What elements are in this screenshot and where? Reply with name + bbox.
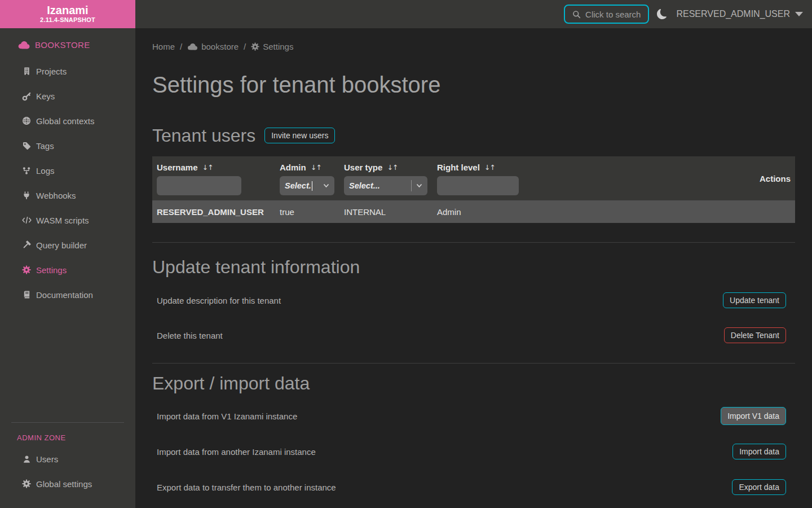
table-row: RESERVED_ADMIN_USER true INTERNAL Admin	[152, 200, 795, 223]
cell-right-level: Admin	[433, 200, 523, 223]
sidebar-item-keys[interactable]: Keys	[0, 84, 135, 108]
brand-name: Izanami	[0, 4, 135, 16]
select-separator	[411, 180, 412, 191]
column-header-user-type[interactable]: User type↓↑	[344, 161, 428, 173]
code-icon	[21, 216, 32, 224]
search-label: Click to search	[585, 10, 641, 19]
cloud-icon	[17, 41, 30, 49]
user-type-filter-select[interactable]: Select...	[344, 176, 427, 195]
sort-icon[interactable]: ↓↑	[484, 163, 495, 172]
column-label: Right level	[437, 163, 480, 172]
caret-down-icon[interactable]	[795, 12, 803, 16]
brand: Izanami 2.11.4-SNAPSHOT	[0, 0, 135, 28]
sort-icon[interactable]: ↓↑	[387, 163, 398, 172]
breadcrumb-label: Settings	[263, 42, 293, 51]
select-placeholder: Select...	[349, 181, 380, 190]
update-tenant-button[interactable]: Update tenant	[723, 292, 786, 308]
cell-username: RESERVED_ADMIN_USER	[152, 200, 275, 223]
cell-admin: true	[275, 200, 339, 223]
update-description-row: Update description for this tenant Updat…	[152, 284, 795, 316]
sidebar-item-global-contexts[interactable]: Global contexts	[0, 108, 135, 133]
row-label: Import data from another Izanami instanc…	[157, 447, 316, 457]
column-header-username[interactable]: Username↓↑	[157, 161, 271, 173]
sidebar-item-tags[interactable]: Tags	[0, 133, 135, 158]
sidebar-item-global-settings[interactable]: Global settings	[0, 471, 135, 496]
sidebar-item-documentation[interactable]: Documentation	[0, 282, 135, 307]
update-section-heading: Update tenant information	[152, 256, 795, 278]
topbar: Click to search RESERVED_ADMIN_USER	[135, 0, 812, 28]
table-head: Username↓↑ Admin↓↑ Select. User type↓↑ S…	[152, 156, 795, 200]
tenant-users-heading: Tenant users	[152, 125, 255, 146]
section-divider	[152, 242, 795, 243]
app-header: Izanami 2.11.4-SNAPSHOT Click to search …	[0, 0, 812, 28]
sidebar-item-label: Documentation	[36, 290, 93, 300]
export-data-button[interactable]: Export data	[732, 479, 786, 495]
sidebar-item-query-builder[interactable]: Query builder	[0, 233, 135, 257]
admin-filter-select[interactable]: Select.	[280, 176, 334, 195]
sidebar-item-users[interactable]: Users	[0, 446, 135, 471]
breadcrumb-home[interactable]: Home	[152, 42, 175, 51]
breadcrumb-label: Home	[152, 42, 175, 51]
sidebar-item-logs[interactable]: Logs	[0, 158, 135, 183]
chevron-down-icon	[416, 183, 422, 188]
sidebar-item-label: Keys	[36, 91, 55, 101]
export-section-heading: Export / import data	[152, 373, 795, 394]
user-menu[interactable]: RESERVED_ADMIN_USER	[676, 9, 790, 19]
cloud-icon	[187, 43, 198, 50]
sidebar-item-webhooks[interactable]: Webhooks	[0, 183, 135, 208]
breadcrumb-bookstore[interactable]: bookstore	[187, 42, 239, 51]
delete-tenant-button[interactable]: Delete Tenant	[724, 327, 786, 343]
import-data-button[interactable]: Import data	[732, 444, 786, 459]
column-label: Actions	[760, 174, 791, 183]
sort-icon[interactable]: ↓↑	[311, 163, 321, 172]
import-v1-row: Import data from V1 Izanami instance Imp…	[152, 400, 795, 432]
row-label: Update description for this tenant	[157, 296, 281, 305]
right-level-filter-input[interactable]	[437, 176, 519, 195]
tenant-users-table: Username↓↑ Admin↓↑ Select. User type↓↑ S…	[152, 156, 795, 223]
export-data-row: Export data to transfer them to another …	[152, 471, 795, 503]
column-label: User type	[344, 163, 382, 172]
row-label: Export data to transfer them to another …	[157, 483, 336, 492]
plug-icon	[21, 191, 32, 200]
sidebar-item-projects[interactable]: Projects	[0, 59, 135, 84]
search-icon	[572, 10, 581, 19]
sidebar-item-label: Settings	[36, 265, 67, 275]
import-v1-data-button[interactable]: Import V1 data	[721, 407, 786, 425]
section-divider	[152, 363, 795, 364]
column-header-admin[interactable]: Admin↓↑	[280, 161, 335, 173]
sidebar-item-label: Global settings	[36, 479, 92, 489]
invite-new-users-button[interactable]: Invite new users	[264, 128, 335, 143]
admin-zone: ADMIN ZONE Users Global settings	[0, 422, 135, 508]
sidebar-item-label: Query builder	[36, 240, 87, 250]
moon-icon[interactable]	[657, 9, 667, 19]
sidebar-item-wasm-scripts[interactable]: WASM scripts	[0, 208, 135, 233]
search-button[interactable]: Click to search	[564, 5, 649, 24]
breadcrumb-settings[interactable]: Settings	[251, 42, 293, 51]
sidebar-item-label: Global contexts	[36, 116, 94, 126]
column-header-right-level[interactable]: Right level↓↑	[437, 161, 519, 173]
column-label: Admin	[280, 163, 306, 172]
import-data-row: Import data from another Izanami instanc…	[152, 435, 795, 468]
breadcrumb-separator: /	[244, 42, 246, 51]
cell-actions	[523, 200, 795, 223]
tenant-users-header: Tenant users Invite new users	[152, 125, 795, 146]
sidebar-item-settings[interactable]: Settings	[0, 257, 135, 282]
username-filter-input[interactable]	[157, 176, 241, 195]
sidebar-item-label: Logs	[36, 166, 55, 176]
sidebar-item-label: Tags	[36, 141, 54, 151]
main-content: Home / bookstore / Settings Settings for…	[135, 28, 812, 503]
logs-icon	[21, 167, 32, 175]
breadcrumb-label: bookstore	[201, 42, 239, 51]
row-label: Import data from V1 Izanami instance	[157, 411, 297, 421]
book-icon	[21, 290, 32, 299]
sidebar-item-label: Projects	[36, 67, 67, 76]
admin-zone-label: ADMIN ZONE	[17, 433, 135, 442]
sidebar: BOOKSTORE Projects Keys Global contexts …	[0, 28, 135, 508]
sidebar-item-label: WASM scripts	[36, 216, 89, 225]
row-label: Delete this tenant	[157, 331, 223, 340]
sidebar-item-bookstore[interactable]: BOOKSTORE	[0, 32, 135, 57]
gear-icon	[251, 42, 259, 51]
select-placeholder: Select.	[285, 181, 311, 190]
breadcrumb: Home / bookstore / Settings	[152, 42, 795, 51]
sort-icon[interactable]: ↓↑	[202, 163, 213, 172]
